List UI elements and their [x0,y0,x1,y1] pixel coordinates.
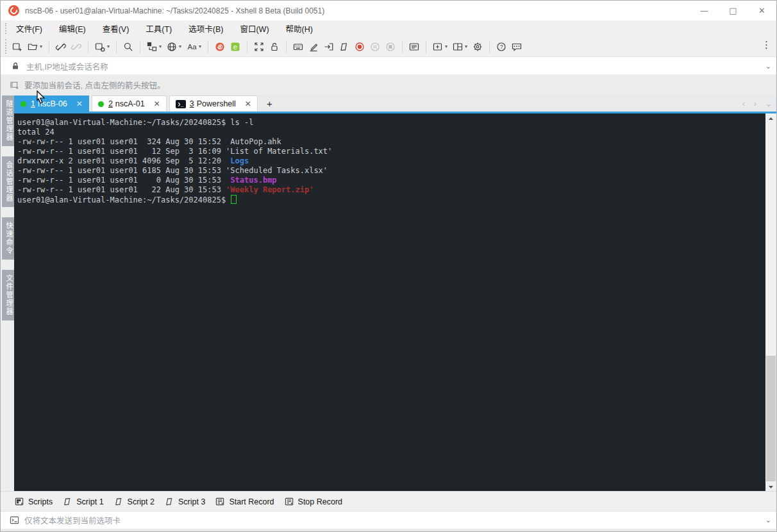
feedback-icon [512,42,522,52]
dropdown-caret-icon[interactable]: ▾ [40,44,42,49]
dropdown-caret-icon[interactable]: ▾ [199,44,201,49]
toolbar-separator [247,40,247,53]
tab-number: 2 [108,99,113,108]
fullscreen-button[interactable] [251,39,267,54]
minimize-button[interactable]: — [690,1,719,21]
send-text-input[interactable]: 仅将文本发送到当前选项卡 [24,514,121,526]
xshell-logo-button[interactable] [212,39,228,54]
quick-button-stop-record[interactable]: Stop Record [280,497,347,506]
record-button[interactable] [352,39,367,54]
tab-number: 3 [190,99,194,108]
quick-button-scripts[interactable]: Scripts [10,497,58,506]
encoding-globe-button[interactable]: ▾ [164,39,184,54]
xftp-logo-icon: e [230,42,240,52]
side-pane-tab-2[interactable]: 快速命令 [2,217,14,260]
send-text-bar[interactable]: 仅将文本发送到当前选项卡 ⌄ [1,511,776,529]
quick-button-script-3[interactable]: Script 3 [160,497,210,506]
settings-gear-button[interactable] [470,39,485,54]
menu-item-0[interactable]: 文件(F) [10,23,49,36]
help-button[interactable]: ? [494,39,509,54]
open-session-icon [28,42,38,52]
highlight-pen-button[interactable] [306,39,321,54]
encoding-globe-icon [167,42,177,52]
menu-item-1[interactable]: 编辑(E) [53,23,92,36]
dropdown-caret-icon[interactable]: ▾ [179,44,181,49]
tab-list-icon[interactable]: ⌄ [761,99,776,108]
menu-item-6[interactable]: 帮助(H) [280,23,319,36]
dropdown-caret-icon[interactable]: ▾ [107,44,110,49]
dropdown-caret-icon[interactable]: ▾ [445,44,447,49]
terminal-line: -rw-rw-r-- 1 user01 user01 22 Aug 30 15:… [17,185,765,195]
run-script-button[interactable] [337,39,352,54]
new-tab-button[interactable]: ▾ [430,39,450,54]
record-icon [355,42,365,52]
toolbar-separator [489,40,490,53]
address-input[interactable]: 主机,IP地址或会话名称 [26,60,108,72]
tab-scroll-left-icon[interactable]: ‹ [738,99,749,108]
quick-button-start-record[interactable]: Start Record [210,497,279,506]
side-pane-tab-0[interactable]: 隧道管理器 [2,96,14,146]
send-text-button[interactable] [321,39,337,54]
stop-record-button[interactable] [383,39,398,54]
pause-record-button[interactable] [367,39,383,54]
quick-button-label: Script 2 [128,497,155,506]
fonts-button[interactable]: Aa▾ [184,39,204,54]
menu-item-2[interactable]: 查看(V) [96,23,136,36]
script-page-icon [165,497,174,506]
svg-text:Aa: Aa [188,43,197,51]
toolbar: ▾▾▾▾Aa▾e▾▾? ⋮ [1,37,776,56]
quick-button-script-2[interactable]: Script 2 [109,497,160,506]
lock-icon [11,62,20,71]
quick-button-script-1[interactable]: Script 1 [58,497,108,506]
toolbar-overflow-icon[interactable]: ⋮ [762,39,771,51]
onscreen-keyboard-button[interactable] [290,39,306,54]
terminal-scrollbar[interactable] [765,113,776,492]
lock-screen-button[interactable] [267,39,282,54]
terminal-line: -rw-rw-r-- 1 user01 user01 0 Aug 30 15:5… [17,176,765,185]
search-icon [123,42,133,52]
tab-nscB-06[interactable]: 1nscB-06✕ [14,96,89,112]
compose-bar-button[interactable] [406,39,422,54]
maximize-button[interactable]: □ [719,1,748,21]
address-dropdown-icon[interactable]: ⌄ [765,62,771,71]
open-session-button[interactable]: ▾ [25,39,45,54]
close-button[interactable]: ✕ [748,1,776,21]
send-bar-dropdown-icon[interactable]: ⌄ [765,516,771,524]
mouse-cursor [35,90,47,104]
reconnect-button[interactable] [69,39,84,54]
tab-close-icon[interactable]: ✕ [154,99,160,108]
arrange-sessions-button[interactable]: ▾ [144,39,164,54]
quick-command-bar: ScriptsScript 1Script 2Script 3Start Rec… [1,491,776,511]
dropdown-caret-icon[interactable]: ▾ [159,44,162,49]
scrollbar-thumb[interactable] [766,356,776,481]
highlight-pen-icon [308,42,319,52]
address-bar[interactable]: 主机,IP地址或会话名称 ⌄ [1,56,776,75]
new-session-icon [12,42,22,52]
new-tab-button[interactable]: + [260,98,279,109]
feedback-button[interactable] [509,39,524,54]
scroll-down-icon[interactable] [765,482,776,492]
side-pane-tab-1[interactable]: 会话管理器 [2,156,14,207]
new-session-button[interactable] [10,39,25,54]
tab-nscA-01[interactable]: 2nscA-01✕ [92,96,167,112]
xftp-logo-button[interactable]: e [228,39,243,54]
dropdown-caret-icon[interactable]: ▾ [465,44,467,49]
tab-scroll-right-icon[interactable]: › [749,99,761,108]
menu-item-3[interactable]: 工具(T) [139,23,178,36]
footer-strip [1,529,776,531]
search-button[interactable] [121,39,136,54]
disconnect-button[interactable] [53,39,69,54]
menu-item-5[interactable]: 窗口(W) [233,23,275,36]
help-icon: ? [496,42,506,52]
session-properties-button[interactable]: ▾ [92,39,112,54]
terminal-screen[interactable]: user01@alan-Virtual-Machine:~/Tasks/2024… [14,113,765,492]
tab-Powershell[interactable]: ❯_3Powershell✕ [169,96,258,112]
menu-item-4[interactable]: 选项卡(B) [182,23,230,36]
side-pane-tab-3[interactable]: 文件管理器 [2,270,14,320]
terminal-line: user01@alan-Virtual-Machine:~/Tasks/2024… [17,195,765,205]
tab-close-icon[interactable]: ✕ [76,99,83,108]
tab-close-icon[interactable]: ✕ [245,99,251,108]
scroll-up-icon[interactable] [765,113,776,123]
record-list-icon [285,497,294,506]
tab-layout-button[interactable]: ▾ [450,39,470,54]
